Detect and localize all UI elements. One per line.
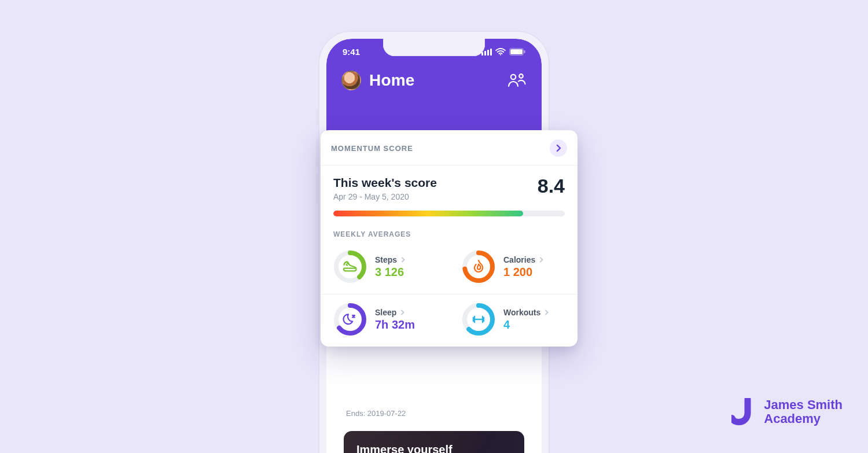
weekly-averages-heading: WEEKLY AVERAGES — [321, 216, 578, 242]
hw-volume-up — [316, 138, 318, 167]
chevron-right-icon — [554, 144, 562, 152]
hw-volume-down — [316, 174, 318, 203]
sleep-value: 7h 32m — [375, 318, 415, 332]
svg-point-0 — [500, 54, 501, 56]
chevron-right-icon — [400, 257, 406, 263]
phone-frame: 9:41 — [318, 31, 550, 453]
svg-point-5 — [519, 74, 523, 78]
svg-point-4 — [511, 75, 516, 79]
flame-icon — [475, 260, 483, 272]
score-progress — [333, 211, 565, 216]
workouts-ring — [462, 303, 495, 336]
friends-icon[interactable] — [507, 73, 527, 88]
calories-label: Calories — [503, 255, 535, 264]
wifi-icon — [495, 48, 506, 56]
brand-mark-icon — [731, 398, 756, 426]
phone-notch — [383, 39, 485, 56]
brand-line2: Academy — [764, 412, 843, 426]
sleep-ring — [333, 303, 367, 336]
brand-line1: James Smith — [764, 398, 843, 413]
promo-card[interactable]: Immerse yourself — [344, 431, 524, 453]
steps-ring — [333, 250, 367, 283]
avatar[interactable] — [341, 71, 361, 90]
workouts-label: Workouts — [503, 308, 540, 317]
tile-sleep[interactable]: Sleep 7h 32m — [321, 294, 449, 347]
sleep-label: Sleep — [375, 308, 396, 317]
ends-label: Ends: 2019-07-22 — [346, 409, 406, 418]
steps-value: 3 126 — [375, 266, 406, 279]
score-value: 8.4 — [538, 176, 565, 196]
dumbbell-icon — [473, 316, 484, 322]
workouts-value: 4 — [503, 318, 550, 332]
svg-rect-2 — [510, 49, 523, 54]
promo-title: Immerse yourself — [356, 443, 484, 453]
score-date-range: Apr 29 - May 5, 2020 — [333, 192, 437, 201]
brand-logo: James Smith Academy — [731, 398, 843, 426]
chevron-right-icon — [544, 310, 550, 315]
chevron-right-icon — [539, 257, 545, 263]
calories-ring — [462, 250, 495, 283]
chevron-right-icon — [400, 310, 406, 315]
battery-icon — [509, 48, 525, 56]
tile-steps[interactable]: Steps 3 126 — [321, 242, 449, 294]
status-time: 9:41 — [343, 47, 360, 57]
steps-label: Steps — [375, 255, 397, 264]
svg-rect-3 — [524, 50, 525, 53]
page-title: Home — [369, 71, 415, 90]
score-title: This week's score — [333, 176, 437, 190]
momentum-expand-button[interactable] — [550, 139, 567, 157]
moon-icon — [343, 314, 355, 324]
calories-value: 1 200 — [503, 266, 545, 279]
card-heading: MOMENTUM SCORE — [331, 144, 413, 153]
hw-silence-switch — [316, 109, 318, 126]
tile-calories[interactable]: Calories 1 200 — [449, 242, 578, 294]
tile-workouts[interactable]: Workouts 4 — [449, 294, 578, 347]
shoe-icon — [344, 262, 356, 271]
momentum-card: MOMENTUM SCORE This week's score Apr 29 … — [321, 130, 578, 347]
